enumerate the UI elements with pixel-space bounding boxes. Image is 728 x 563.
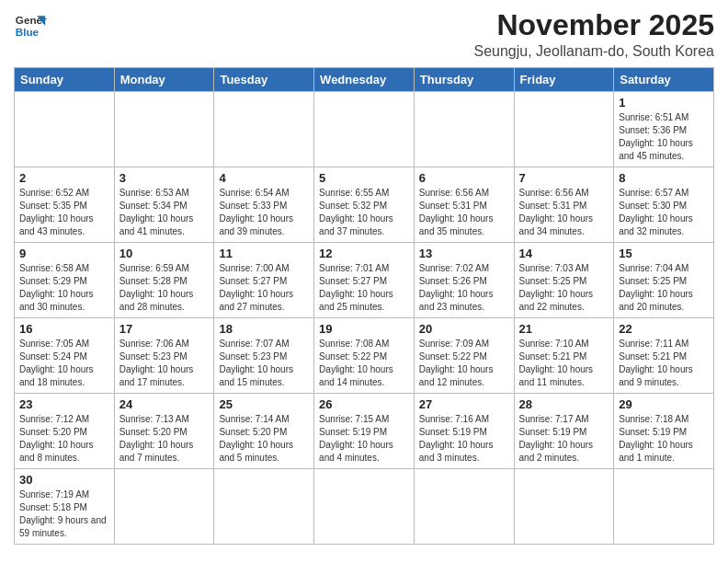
- day-number: 22: [619, 322, 709, 336]
- day-cell: [214, 469, 314, 545]
- calendar: SundayMondayTuesdayWednesdayThursdayFrid…: [14, 67, 714, 545]
- day-number: 4: [219, 171, 309, 185]
- day-info: Sunrise: 6:55 AM Sunset: 5:32 PM Dayligh…: [319, 187, 409, 238]
- day-cell: 18Sunrise: 7:07 AM Sunset: 5:23 PM Dayli…: [214, 318, 314, 394]
- day-info: Sunrise: 7:19 AM Sunset: 5:18 PM Dayligh…: [19, 488, 109, 540]
- day-cell: 25Sunrise: 7:14 AM Sunset: 5:20 PM Dayli…: [214, 394, 314, 469]
- day-info: Sunrise: 6:54 AM Sunset: 5:33 PM Dayligh…: [219, 187, 309, 238]
- day-info: Sunrise: 7:09 AM Sunset: 5:22 PM Dayligh…: [419, 338, 509, 389]
- day-cell: 16Sunrise: 7:05 AM Sunset: 5:24 PM Dayli…: [15, 318, 115, 394]
- day-cell: [614, 469, 714, 545]
- day-info: Sunrise: 7:16 AM Sunset: 5:19 PM Dayligh…: [419, 413, 509, 465]
- day-cell: 2Sunrise: 6:52 AM Sunset: 5:35 PM Daylig…: [15, 167, 115, 243]
- day-number: 7: [519, 171, 609, 185]
- day-cell: 8Sunrise: 6:57 AM Sunset: 5:30 PM Daylig…: [614, 167, 714, 243]
- day-cell: 22Sunrise: 7:11 AM Sunset: 5:21 PM Dayli…: [614, 318, 714, 394]
- day-number: 9: [19, 247, 109, 260]
- day-cell: [314, 92, 415, 167]
- day-number: 18: [219, 322, 309, 336]
- day-cell: 14Sunrise: 7:03 AM Sunset: 5:25 PM Dayli…: [514, 243, 614, 318]
- day-number: 5: [319, 171, 409, 185]
- svg-text:Blue: Blue: [16, 26, 40, 38]
- day-info: Sunrise: 7:08 AM Sunset: 5:22 PM Dayligh…: [319, 338, 409, 389]
- day-cell: [514, 92, 614, 167]
- day-cell: [314, 469, 415, 545]
- day-number: 1: [619, 96, 709, 109]
- day-cell: [114, 469, 214, 545]
- day-number: 30: [19, 473, 109, 487]
- day-cell: 20Sunrise: 7:09 AM Sunset: 5:22 PM Dayli…: [414, 318, 514, 394]
- day-info: Sunrise: 6:57 AM Sunset: 5:30 PM Dayligh…: [619, 187, 709, 238]
- day-info: Sunrise: 7:17 AM Sunset: 5:19 PM Dayligh…: [519, 413, 609, 465]
- header-tuesday: Tuesday: [214, 68, 314, 92]
- day-number: 17: [119, 322, 210, 336]
- day-cell: [414, 469, 514, 545]
- day-cell: 6Sunrise: 6:56 AM Sunset: 5:31 PM Daylig…: [414, 167, 514, 243]
- header-wednesday: Wednesday: [314, 68, 415, 92]
- header-monday: Monday: [114, 68, 214, 92]
- day-cell: 29Sunrise: 7:18 AM Sunset: 5:19 PM Dayli…: [614, 394, 714, 469]
- day-number: 27: [419, 397, 509, 411]
- day-number: 25: [219, 397, 309, 411]
- day-info: Sunrise: 7:07 AM Sunset: 5:23 PM Dayligh…: [219, 338, 309, 389]
- day-info: Sunrise: 7:18 AM Sunset: 5:19 PM Dayligh…: [619, 413, 709, 465]
- week-row-3: 16Sunrise: 7:05 AM Sunset: 5:24 PM Dayli…: [15, 318, 714, 394]
- logo: General Blue: [14, 9, 47, 42]
- day-number: 19: [319, 322, 409, 336]
- day-info: Sunrise: 7:12 AM Sunset: 5:20 PM Dayligh…: [19, 413, 109, 465]
- day-number: 13: [419, 247, 509, 260]
- day-cell: 5Sunrise: 6:55 AM Sunset: 5:32 PM Daylig…: [314, 167, 415, 243]
- week-row-0: 1Sunrise: 6:51 AM Sunset: 5:36 PM Daylig…: [15, 92, 714, 167]
- day-cell: [514, 469, 614, 545]
- day-number: 8: [619, 171, 709, 185]
- title-area: November 2025 Seungju, Jeollanam-do, Sou…: [473, 9, 714, 60]
- day-info: Sunrise: 7:13 AM Sunset: 5:20 PM Dayligh…: [119, 413, 210, 465]
- week-row-1: 2Sunrise: 6:52 AM Sunset: 5:35 PM Daylig…: [15, 167, 714, 243]
- day-cell: [414, 92, 514, 167]
- day-cell: [114, 92, 214, 167]
- day-cell: 13Sunrise: 7:02 AM Sunset: 5:26 PM Dayli…: [414, 243, 514, 318]
- day-info: Sunrise: 7:04 AM Sunset: 5:25 PM Dayligh…: [619, 262, 709, 314]
- day-number: 15: [619, 247, 709, 260]
- day-info: Sunrise: 7:15 AM Sunset: 5:19 PM Dayligh…: [319, 413, 409, 465]
- day-cell: [214, 92, 314, 167]
- day-info: Sunrise: 7:00 AM Sunset: 5:27 PM Dayligh…: [219, 262, 309, 314]
- day-number: 11: [219, 247, 309, 260]
- day-number: 2: [19, 171, 109, 185]
- day-number: 23: [19, 397, 109, 411]
- day-info: Sunrise: 6:51 AM Sunset: 5:36 PM Dayligh…: [619, 111, 709, 163]
- day-number: 16: [19, 322, 109, 336]
- day-cell: 19Sunrise: 7:08 AM Sunset: 5:22 PM Dayli…: [314, 318, 415, 394]
- day-info: Sunrise: 6:53 AM Sunset: 5:34 PM Dayligh…: [119, 187, 210, 238]
- calendar-header-row: SundayMondayTuesdayWednesdayThursdayFrid…: [15, 68, 714, 92]
- day-info: Sunrise: 7:14 AM Sunset: 5:20 PM Dayligh…: [219, 413, 309, 465]
- day-number: 21: [519, 322, 609, 336]
- day-cell: 10Sunrise: 6:59 AM Sunset: 5:28 PM Dayli…: [114, 243, 214, 318]
- month-title: November 2025: [473, 9, 714, 41]
- day-info: Sunrise: 6:56 AM Sunset: 5:31 PM Dayligh…: [419, 187, 509, 238]
- day-number: 26: [319, 397, 409, 411]
- logo-icon: General Blue: [14, 9, 47, 42]
- day-cell: 9Sunrise: 6:58 AM Sunset: 5:29 PM Daylig…: [15, 243, 115, 318]
- day-info: Sunrise: 6:52 AM Sunset: 5:35 PM Dayligh…: [19, 187, 109, 238]
- location-title: Seungju, Jeollanam-do, South Korea: [473, 43, 714, 60]
- week-row-5: 30Sunrise: 7:19 AM Sunset: 5:18 PM Dayli…: [15, 469, 714, 545]
- day-cell: 24Sunrise: 7:13 AM Sunset: 5:20 PM Dayli…: [114, 394, 214, 469]
- day-info: Sunrise: 7:11 AM Sunset: 5:21 PM Dayligh…: [619, 338, 709, 389]
- day-cell: 1Sunrise: 6:51 AM Sunset: 5:36 PM Daylig…: [614, 92, 714, 167]
- week-row-4: 23Sunrise: 7:12 AM Sunset: 5:20 PM Dayli…: [15, 394, 714, 469]
- day-cell: 3Sunrise: 6:53 AM Sunset: 5:34 PM Daylig…: [114, 167, 214, 243]
- week-row-2: 9Sunrise: 6:58 AM Sunset: 5:29 PM Daylig…: [15, 243, 714, 318]
- day-number: 24: [119, 397, 210, 411]
- day-info: Sunrise: 6:56 AM Sunset: 5:31 PM Dayligh…: [519, 187, 609, 238]
- header-sunday: Sunday: [15, 68, 115, 92]
- day-info: Sunrise: 7:02 AM Sunset: 5:26 PM Dayligh…: [419, 262, 509, 314]
- day-cell: 28Sunrise: 7:17 AM Sunset: 5:19 PM Dayli…: [514, 394, 614, 469]
- day-cell: 27Sunrise: 7:16 AM Sunset: 5:19 PM Dayli…: [414, 394, 514, 469]
- day-info: Sunrise: 7:06 AM Sunset: 5:23 PM Dayligh…: [119, 338, 210, 389]
- day-info: Sunrise: 7:03 AM Sunset: 5:25 PM Dayligh…: [519, 262, 609, 314]
- day-info: Sunrise: 7:01 AM Sunset: 5:27 PM Dayligh…: [319, 262, 409, 314]
- day-cell: 15Sunrise: 7:04 AM Sunset: 5:25 PM Dayli…: [614, 243, 714, 318]
- day-number: 6: [419, 171, 509, 185]
- day-cell: 4Sunrise: 6:54 AM Sunset: 5:33 PM Daylig…: [214, 167, 314, 243]
